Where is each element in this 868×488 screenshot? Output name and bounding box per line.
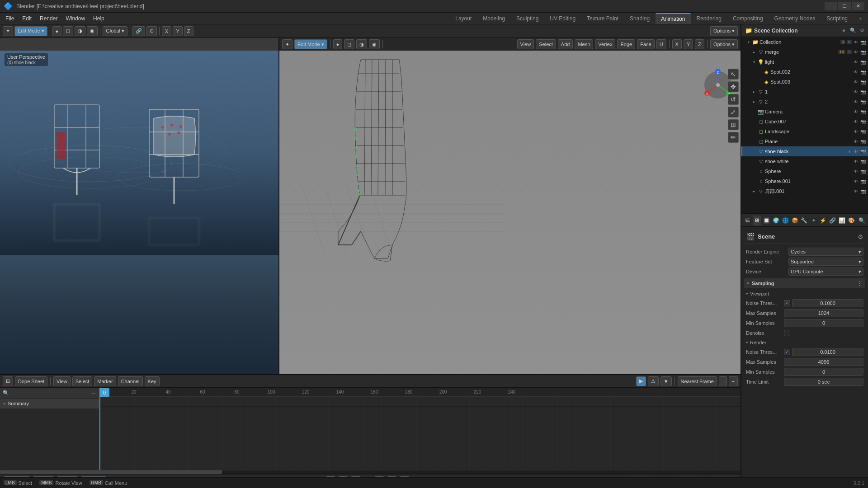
render-max-samples-value[interactable]: 4096 <box>784 358 863 366</box>
r-options[interactable]: Options ▾ <box>710 39 738 49</box>
minimize-button[interactable]: — <box>825 2 837 10</box>
snap-button[interactable]: 🔗 <box>132 26 145 36</box>
tab-uv-editing[interactable]: UV Editing <box>544 14 581 23</box>
ol-plane-eye[interactable]: 👁 <box>853 138 859 145</box>
ol-jianbu001-eye[interactable]: 👁 <box>853 188 859 194</box>
props-tab-scene[interactable]: 🌍 <box>772 216 780 225</box>
ol-light[interactable]: ▾ 💡 light 👁 📷 <box>741 57 868 67</box>
ol-cube007-render[interactable]: 📷 <box>860 118 866 125</box>
rotate-tool[interactable]: ↺ <box>728 94 739 105</box>
tab-scripting[interactable]: Scripting <box>821 14 853 23</box>
dope-sheet-scrollbar[interactable] <box>0 470 741 474</box>
viewport-shading-rendered[interactable]: ◉ <box>87 26 98 36</box>
transform-global[interactable]: Global ▾ <box>103 26 127 36</box>
ds-play-btn[interactable]: ▶ <box>636 376 646 386</box>
menu-file[interactable]: File <box>2 14 18 23</box>
ol-shoe-white[interactable]: ▸ ▽ shoe white 👁 📷 <box>741 156 868 166</box>
props-tab-physics[interactable]: ⚡ <box>819 216 827 225</box>
annotate-tool[interactable]: ✏ <box>728 132 739 143</box>
props-tab-object[interactable]: 📦 <box>791 216 799 225</box>
feature-set-dropdown[interactable]: Supported ▾ <box>788 258 863 266</box>
tab-texture-paint[interactable]: Texture Paint <box>581 14 624 23</box>
right-edit-mode[interactable]: Edit Mode ▾ <box>294 39 327 49</box>
props-tab-constraints[interactable]: 🔗 <box>828 216 837 225</box>
props-tab-particles[interactable]: ✦ <box>809 216 818 225</box>
ol-sphere001[interactable]: ▸ ○ Sphere.001 👁 📷 <box>741 176 868 186</box>
cursor-tool[interactable]: ↖ <box>728 69 739 80</box>
tab-modeling[interactable]: Modeling <box>477 14 510 23</box>
ol-spot002-render[interactable]: 📷 <box>860 69 866 75</box>
ol-camera[interactable]: ▸ 📷 Camera 👁 📷 <box>741 107 868 117</box>
r-vertex-menu[interactable]: Vertex <box>595 39 615 49</box>
viewport-shading-material[interactable]: ◑ <box>75 26 85 36</box>
ol-cube007[interactable]: ▸ ◻ Cube.007 👁 📷 <box>741 117 868 127</box>
add-workspace-button[interactable]: + <box>855 14 865 23</box>
ds-key-menu[interactable]: Key <box>145 376 160 386</box>
r-select-menu[interactable]: Select <box>536 39 556 49</box>
ol-light-render[interactable]: 📷 <box>860 59 866 65</box>
render-min-samples-value[interactable]: 0 <box>784 368 863 376</box>
ol-camera-render[interactable]: 📷 <box>860 108 866 115</box>
menu-window[interactable]: Window <box>62 14 89 23</box>
ol-sphere-render[interactable]: 📷 <box>860 168 866 174</box>
ol-vis-eye[interactable]: 👁 <box>853 39 859 45</box>
ol-item1[interactable]: ▸ ▽ 1 👁 📷 <box>741 87 868 97</box>
proportional-edit[interactable]: ⊙ <box>146 26 157 36</box>
props-tab-data[interactable]: 📊 <box>838 216 846 225</box>
time-limit-value[interactable]: 0 sec <box>784 378 863 386</box>
ds-select-menu[interactable]: Select <box>72 376 93 386</box>
noise-thresh-checkbox[interactable]: ✓ <box>784 300 790 306</box>
r-mesh-menu[interactable]: Mesh <box>575 39 593 49</box>
ol-vis-render[interactable]: 📷 <box>860 39 866 45</box>
xyz-y[interactable]: Y <box>173 26 182 36</box>
r-face-menu[interactable]: Face <box>637 39 654 49</box>
mode-edit-button[interactable]: Edit Mode ▾ <box>14 26 47 36</box>
ol-landscape-render[interactable]: 📷 <box>860 128 866 135</box>
props-settings-icon[interactable]: ⚙ <box>858 233 863 240</box>
ds-zoom-in[interactable]: + <box>729 376 738 386</box>
tab-sculpting[interactable]: Sculpting <box>511 14 544 23</box>
ol-merge[interactable]: ▸ ▽ merge 10 2 👁 📷 <box>741 47 868 57</box>
ol-plane[interactable]: ▸ ◻ Plane 👁 📷 <box>741 136 868 146</box>
rotate-key[interactable]: MMB <box>39 480 53 485</box>
r-edge-menu[interactable]: Edge <box>617 39 635 49</box>
ol-camera-eye[interactable]: 👁 <box>853 108 859 115</box>
tab-geometry-nodes[interactable]: Geometry Nodes <box>769 14 821 23</box>
r-u-btn[interactable]: U <box>656 39 666 49</box>
props-tab-modifier[interactable]: 🔧 <box>800 216 809 225</box>
sampling-header[interactable]: ▾ Sampling ⋮ <box>744 278 865 288</box>
r-xyz-z[interactable]: Z <box>695 39 704 49</box>
ol-cube007-eye[interactable]: 👁 <box>853 118 859 125</box>
noise-thresh-value[interactable]: 0.1000 <box>792 299 863 307</box>
r-add-menu[interactable]: Add <box>558 39 573 49</box>
props-tab-world[interactable]: 🌐 <box>781 216 790 225</box>
viewport-left[interactable]: User Perspective(0) shoe black <box>0 38 279 374</box>
ol-landscape[interactable]: ▸ ◻ Landscape 👁 📷 <box>741 127 868 136</box>
close-button[interactable]: ✕ <box>852 2 864 10</box>
move-tool[interactable]: ✥ <box>728 81 739 92</box>
render-noise-thresh-checkbox[interactable]: ✓ <box>784 349 790 355</box>
ol-merge-eye[interactable]: 👁 <box>853 49 859 55</box>
right-mode-icon[interactable]: ✦ <box>282 39 292 49</box>
xyz-x[interactable]: X <box>162 26 171 36</box>
ol-settings-icon[interactable]: ⚙ <box>860 28 864 33</box>
ol-2-eye[interactable]: 👁 <box>853 99 859 105</box>
tab-rendering[interactable]: Rendering <box>691 14 727 23</box>
props-tab-view-layer[interactable]: 🔲 <box>762 216 771 225</box>
menu-help[interactable]: Help <box>90 14 108 23</box>
ol-jianbu001[interactable]: ▸ ▽ 肩部.001 👁 📷 <box>741 186 868 196</box>
ds-warning[interactable]: ⚠ <box>648 376 659 386</box>
viewport-shading-wire[interactable]: ◻ <box>63 26 73 36</box>
ol-sphere001-render[interactable]: 📷 <box>860 178 866 184</box>
viewport-right[interactable]: ✦ Edit Mode ▾ ● ◻ ◑ ◉ View Select Add Me… <box>279 38 741 374</box>
r-shading-mat[interactable]: ◑ <box>356 39 367 49</box>
min-samples-value[interactable]: 0 <box>784 319 863 327</box>
props-tab-material[interactable]: 🎨 <box>847 216 856 225</box>
ol-spot002[interactable]: ▸ ◉ Spot.002 👁 📷 <box>741 67 868 77</box>
ol-2-render[interactable]: 📷 <box>860 99 866 105</box>
ds-scrollbar-thumb[interactable] <box>0 470 222 474</box>
ol-light-eye[interactable]: 👁 <box>853 59 859 65</box>
r-shading-solid[interactable]: ● <box>333 39 343 49</box>
ol-shoe-white-eye[interactable]: 👁 <box>853 158 859 164</box>
ol-filter-icon[interactable]: ▼ <box>841 28 846 33</box>
